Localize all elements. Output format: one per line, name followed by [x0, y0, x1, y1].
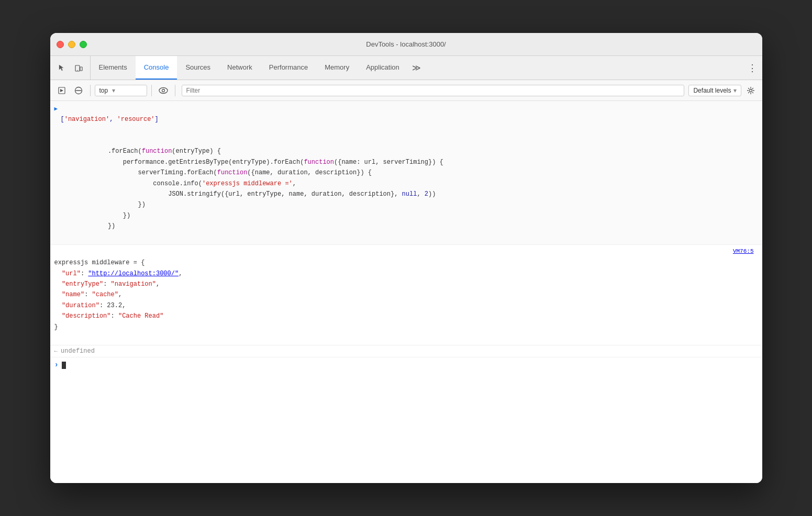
levels-arrow-icon: ▾ [733, 87, 737, 94]
toolbar-divider-1 [90, 85, 91, 96]
vm-reference[interactable]: VM76:5 [733, 247, 758, 256]
expand-arrow[interactable]: ▶ [50, 104, 59, 114]
code-line-1: ['navigation', 'resource'] [59, 104, 762, 134]
filter-input-container[interactable] [182, 85, 685, 96]
tab-elements[interactable]: Elements [91, 56, 136, 80]
svg-point-7 [159, 87, 168, 93]
context-dropdown-icon: ▾ [112, 87, 115, 94]
maximize-button[interactable] [80, 41, 87, 48]
code-input-block: ▶ ['navigation', 'resource'] .forEach(fu… [50, 101, 762, 245]
minimize-button[interactable] [68, 41, 75, 48]
traffic-lights [57, 41, 87, 48]
svg-point-9 [749, 89, 752, 92]
eye-icon[interactable] [156, 83, 171, 98]
svg-rect-1 [80, 67, 82, 71]
devtools-menu-button[interactable]: ⋮ [742, 56, 762, 80]
clear-console-button[interactable] [71, 83, 86, 98]
toolbar-divider-2 [151, 85, 152, 96]
close-button[interactable] [57, 41, 64, 48]
tab-console[interactable]: Console [136, 56, 177, 80]
undefined-text: undefined [61, 346, 95, 356]
svg-marker-4 [60, 89, 63, 92]
devtools-tab-bar: Elements Console Sources Network Perform… [50, 56, 762, 80]
window-title: DevTools - localhost:3000/ [366, 40, 446, 48]
more-tabs-button[interactable]: ≫ [408, 56, 425, 80]
cursor [62, 362, 66, 369]
cursor-icon[interactable] [54, 61, 69, 75]
tab-sources[interactable]: Sources [177, 56, 219, 80]
device-icon[interactable] [71, 61, 86, 75]
devtools-window: DevTools - localhost:3000/ Elements Cons… [50, 33, 762, 483]
output-arrow-icon: ← [54, 347, 58, 356]
console-log-output: expressjs middleware = { "url": "http://… [50, 245, 762, 346]
levels-label: Default levels [693, 87, 731, 94]
run-script-button[interactable] [54, 83, 69, 98]
console-input-line[interactable]: › [50, 357, 762, 373]
context-selector[interactable]: top ▾ [95, 85, 147, 96]
tab-network[interactable]: Network [219, 56, 261, 80]
console-toolbar: top ▾ Default levels ▾ [50, 80, 762, 101]
context-value: top [99, 87, 108, 94]
toolbar-divider-3 [175, 85, 175, 96]
svg-point-8 [162, 89, 164, 92]
tab-performance[interactable]: Performance [261, 56, 316, 80]
undefined-output: ← undefined [50, 345, 762, 357]
tab-memory[interactable]: Memory [316, 56, 358, 80]
tab-icon-group [50, 56, 91, 80]
svg-point-2 [77, 70, 77, 70]
title-bar: DevTools - localhost:3000/ [50, 33, 762, 56]
input-prompt: › [54, 360, 59, 371]
console-output: ▶ ['navigation', 'resource'] .forEach(fu… [50, 101, 762, 483]
log-levels-button[interactable]: Default levels ▾ [688, 85, 741, 96]
filter-input[interactable] [186, 87, 680, 94]
settings-button[interactable] [743, 83, 758, 98]
tab-application[interactable]: Application [358, 56, 408, 80]
